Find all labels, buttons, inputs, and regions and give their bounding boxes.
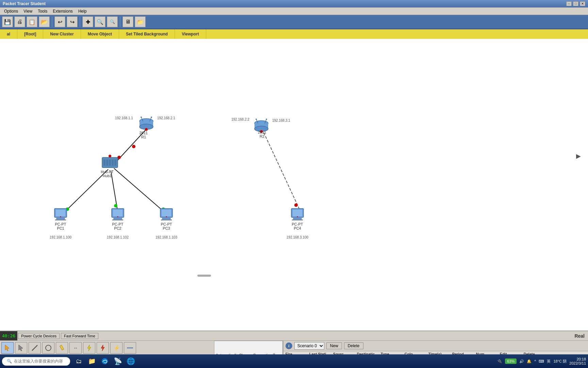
pc4-ip: 192.168.3.100 [287, 235, 308, 239]
tool-lightning-icon[interactable] [83, 342, 95, 354]
pc4-sublabel: PC4 [294, 226, 301, 230]
svg-point-42 [297, 216, 298, 217]
network-canvas[interactable]: 192.168.1.1 192.168.2.1 2811 R1 192.168.… [0, 39, 588, 331]
clock-display: 20:18 2022/3/11 [569, 357, 586, 365]
window-controls: ─ □ ✕ [566, 1, 585, 6]
folder-button[interactable]: 📁 [135, 16, 146, 27]
taskbar-app-icons: 🗂 📁 📡 🌐 [74, 356, 136, 367]
print-button[interactable]: 🖨 [14, 16, 25, 27]
svg-rect-21 [114, 159, 116, 166]
temperature-display: 18°C 阴 [553, 359, 567, 364]
network-diagram: 192.168.1.1 192.168.2.1 2811 R1 192.168.… [0, 39, 588, 331]
dot-r1-hub1-r1 [132, 145, 135, 148]
zoom-in-button[interactable]: 🔍 [95, 16, 105, 27]
tool-lightning2-icon[interactable] [97, 342, 109, 354]
menu-extensions[interactable]: Extensions [50, 8, 76, 14]
tool-oval-icon[interactable] [42, 342, 54, 354]
zoom-out-button[interactable]: 🔍 [107, 16, 118, 27]
svg-marker-50 [101, 345, 104, 351]
tool-pencil-icon[interactable] [56, 342, 68, 354]
undo-button[interactable]: ↩ [54, 16, 65, 27]
svg-rect-35 [162, 218, 170, 219]
scroll-right-icon[interactable]: ▶ [576, 153, 581, 159]
breadcrumb-al[interactable]: al [0, 29, 17, 39]
taskbar-packet-tracer-icon[interactable]: 📡 [112, 356, 123, 367]
tool-line-icon[interactable] [29, 342, 41, 354]
r2-ip-left: 192.168.2.2 [231, 118, 249, 121]
breadcrumb-viewport[interactable]: Viewport [175, 29, 206, 39]
search-placeholder: 在这里输入你要搜索的内容 [14, 358, 63, 364]
menu-view[interactable]: View [21, 8, 35, 14]
menu-options[interactable]: Options [1, 8, 21, 14]
copy-button[interactable]: 📋 [27, 16, 37, 27]
breadcrumb-root[interactable]: [Root] [17, 29, 43, 39]
clock-date: 2022/3/11 [569, 361, 586, 365]
scenario-select[interactable]: Scenario 0 [294, 342, 324, 350]
r1-label: 2811 [140, 131, 148, 135]
menu-help[interactable]: Help [76, 8, 89, 14]
pc1-ip: 192.168.1.100 [50, 235, 71, 239]
pc-pc2[interactable] [112, 209, 124, 220]
svg-point-6 [151, 117, 152, 118]
maximize-button[interactable]: □ [573, 1, 578, 6]
tool-power-icon[interactable]: ⚡ [110, 342, 122, 354]
svg-marker-43 [5, 345, 9, 351]
tool-select-icon[interactable] [1, 342, 14, 354]
taskbar-explorer-icon[interactable]: 🗂 [74, 356, 84, 367]
tool-check-icon[interactable] [124, 342, 136, 354]
chevron-icon[interactable]: ^ [534, 359, 536, 363]
save-button[interactable]: 💾 [2, 16, 13, 27]
close-button[interactable]: ✕ [580, 1, 585, 6]
notification-icon: 🔔 [527, 359, 532, 364]
clock-time: 20:18 [569, 357, 586, 361]
pc-pc1[interactable] [54, 209, 67, 220]
breadcrumb-new-cluster[interactable]: New Cluster [43, 29, 81, 39]
add-button[interactable]: ✚ [82, 16, 93, 27]
keyboard-icon: ⌨ [539, 359, 544, 364]
router-r1[interactable] [140, 117, 153, 131]
pdu-info-button[interactable]: i [285, 342, 292, 349]
pc2-ip: 192.168.1.102 [107, 235, 129, 239]
tool-move-icon[interactable]: ↔ [69, 342, 82, 354]
svg-rect-25 [56, 218, 65, 219]
search-icon: 🔍 [7, 359, 12, 364]
power-cycle-button[interactable]: Power Cycle Devices [18, 333, 60, 339]
r1-sublabel: R1 [141, 135, 146, 139]
svg-rect-19 [109, 159, 111, 166]
breadcrumb-tiled-bg[interactable]: Set Tiled Background [119, 29, 175, 39]
pc3-label: PC-PT [161, 222, 172, 226]
tool-icon-row: ↔ ⚡ [0, 341, 214, 355]
mode-label: Real [574, 333, 588, 339]
svg-rect-20 [112, 159, 114, 166]
pc2-sublabel: PC2 [114, 226, 121, 230]
svg-marker-44 [19, 345, 23, 351]
windows-search-box[interactable]: 🔍 在这里输入你要搜索的内容 [2, 357, 70, 366]
pc3-sublabel: PC3 [163, 226, 170, 230]
redo-button[interactable]: ↪ [67, 16, 78, 27]
minimize-button[interactable]: ─ [566, 1, 572, 6]
pc-pc3[interactable] [160, 209, 173, 220]
system-tray: 🔌 63% 🔊 🔔 ^ ⌨ 英 18°C 阴 20:18 2022/3/11 [497, 357, 586, 365]
taskbar-edge-icon[interactable] [99, 356, 110, 367]
menu-tools[interactable]: Tools [35, 8, 50, 14]
hub-hub1[interactable] [102, 155, 118, 168]
pc-pc4[interactable] [291, 209, 304, 220]
separator [52, 17, 52, 27]
dot-hub1-pc2-pc2 [114, 204, 117, 208]
svg-rect-29 [113, 210, 122, 216]
svg-point-14 [266, 119, 267, 120]
tool-pointer-icon[interactable] [15, 342, 27, 354]
pdu-delete-button[interactable]: Delete [344, 342, 363, 349]
monitor-button[interactable]: 🖥 [122, 16, 133, 27]
pdu-header: i Scenario 0 New Delete [283, 341, 588, 351]
windows-taskbar: 🔍 在这里输入你要搜索的内容 🗂 📁 📡 🌐 🔌 63% 🔊 🔔 ^ ⌨ 英 1… [0, 354, 588, 368]
fast-forward-button[interactable]: Fast Forward Time [61, 333, 98, 339]
open-button[interactable]: 📂 [39, 16, 50, 27]
taskbar-files-icon[interactable]: 📁 [86, 356, 97, 367]
svg-point-7 [145, 128, 148, 131]
language-display[interactable]: 英 [547, 359, 551, 364]
taskbar-app2-icon[interactable]: 🌐 [125, 356, 136, 367]
pdu-new-button[interactable]: New [326, 342, 342, 349]
breadcrumb-move-object[interactable]: Move Object [81, 29, 119, 39]
svg-point-37 [166, 216, 167, 217]
